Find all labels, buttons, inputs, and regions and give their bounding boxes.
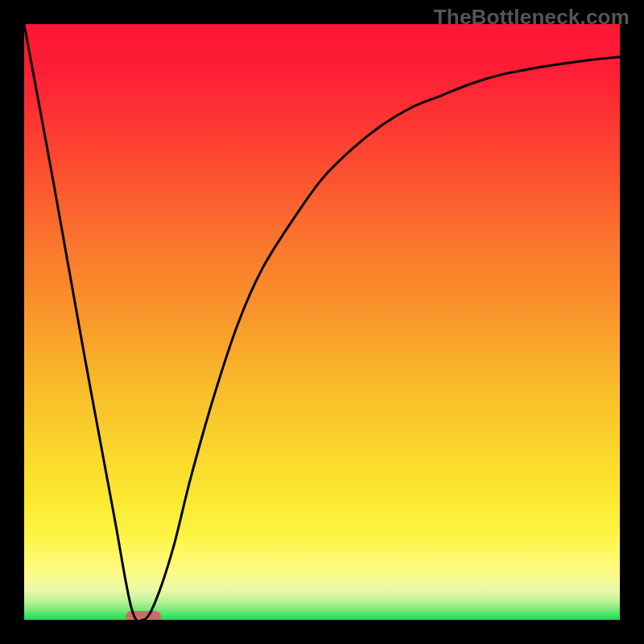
bottleneck-curve [24, 24, 620, 620]
chart-frame: TheBottleneck.com [0, 0, 644, 644]
curve-path [24, 24, 620, 620]
plot-area [24, 24, 620, 620]
